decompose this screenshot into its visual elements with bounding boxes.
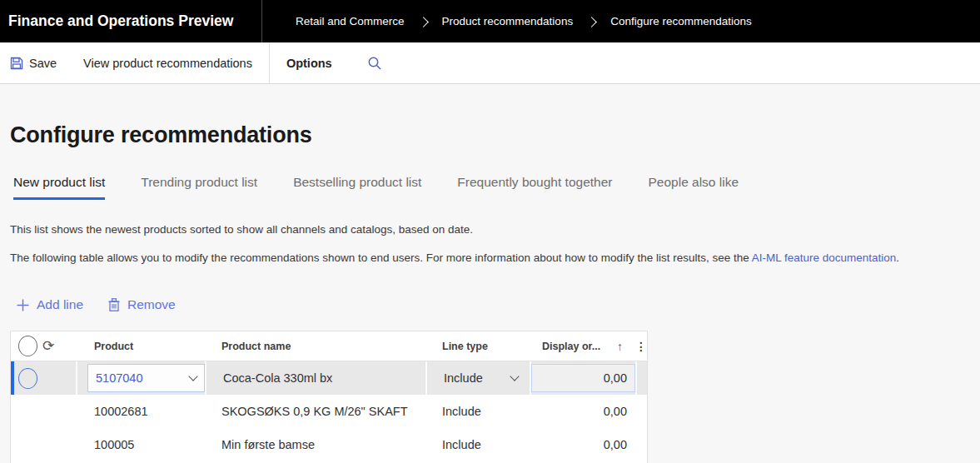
app-title[interactable]: Finance and Operations Preview (0, 0, 262, 42)
trash-icon (108, 298, 120, 311)
display-order-cell[interactable]: 0,00 (530, 438, 635, 451)
tab-strip: New product list Trending product list B… (13, 175, 980, 200)
display-order-field[interactable]: 0,00 (531, 364, 635, 392)
help-text: The following table allows you to modify… (10, 251, 752, 264)
column-header-product-name[interactable]: Product name (205, 341, 425, 352)
display-order-cell[interactable]: 0,00 (530, 405, 635, 418)
chevron-down-icon (510, 371, 519, 381)
ai-ml-documentation-link[interactable]: AI-ML feature documentation (752, 251, 897, 264)
table-row: 100005 Min første bamse Include 0,00 (11, 428, 647, 461)
save-icon (10, 57, 23, 70)
remove-button[interactable]: Remove (108, 297, 176, 312)
product-cell[interactable]: 10002681 (76, 405, 205, 418)
breadcrumb-item-configure-recommendations[interactable]: Configure recommendations (610, 15, 752, 27)
tab-trending-product-list[interactable]: Trending product list (141, 175, 257, 200)
search-button[interactable] (364, 56, 386, 71)
column-options-icon[interactable]: ⋮ (635, 340, 647, 353)
tab-new-product-list[interactable]: New product list (13, 175, 105, 200)
product-cell[interactable]: 100005 (76, 438, 205, 451)
plus-icon (17, 299, 29, 311)
options-button[interactable]: Options (283, 57, 336, 70)
product-combobox[interactable]: 5107040 (87, 364, 205, 392)
add-line-label: Add line (37, 297, 83, 312)
product-name-cell[interactable]: Min første bamse (205, 438, 425, 451)
product-name-cell[interactable]: Coca-Cola 330ml bx (205, 361, 425, 395)
breadcrumb-item-product-recommendations[interactable]: Product recommendations (442, 15, 574, 27)
table-row: 5107040 Coca-Cola 330ml bx Include 0,00 (11, 361, 647, 395)
column-header-display-order[interactable]: Display or... ↑ (530, 340, 635, 353)
column-header-product[interactable]: Product (76, 341, 205, 352)
toolbar-divider (269, 42, 270, 83)
product-value: 5107040 (96, 371, 142, 385)
table-help-text: The following table allows you to modify… (10, 251, 980, 264)
chevron-down-icon (188, 371, 197, 381)
command-toolbar: Save View product recommendations Option… (0, 42, 980, 84)
tab-bestselling-product-list[interactable]: Bestselling product list (293, 175, 421, 200)
display-order-label: Display or... (542, 341, 600, 352)
row-select-radio[interactable] (18, 368, 37, 389)
grid-action-bar: Add line Remove (17, 297, 980, 312)
remove-label: Remove (127, 297, 176, 312)
line-type-cell[interactable]: Include (425, 438, 530, 451)
product-name-cell[interactable]: SKOGSØKS 0,9 KG M/26" SKAFT (205, 405, 425, 418)
page-title: Configure recommendations (10, 122, 980, 148)
view-product-recommendations-button[interactable]: View product recommendations (80, 57, 256, 70)
breadcrumb: Retail and Commerce Product recommendati… (296, 0, 752, 42)
tab-frequently-bought-together[interactable]: Frequently bought together (457, 175, 612, 200)
grid-header-row: ⟳ Product Product name Line type Display… (11, 331, 647, 361)
add-line-button[interactable]: Add line (17, 297, 83, 312)
page-content: Configure recommendations New product li… (0, 122, 980, 463)
refresh-icon[interactable]: ⟳ (42, 339, 54, 353)
view-button-label: View product recommendations (83, 57, 252, 70)
table-row: 10002681 SKOGSØKS 0,9 KG M/26" SKAFT Inc… (11, 395, 647, 428)
breadcrumb-item-retail-and-commerce[interactable]: Retail and Commerce (296, 15, 405, 27)
chevron-right-icon (418, 17, 429, 27)
save-button[interactable]: Save (7, 57, 60, 70)
sort-ascending-icon: ↑ (617, 340, 623, 353)
line-type-value: Include (444, 371, 483, 385)
recommendations-grid: ⟳ Product Product name Line type Display… (10, 331, 648, 463)
line-type-cell[interactable]: Include (425, 405, 530, 418)
list-description: This list shows the newest products sort… (10, 223, 980, 236)
search-icon (367, 56, 382, 71)
top-navigation-bar: Finance and Operations Preview Retail an… (0, 0, 980, 42)
line-type-dropdown[interactable]: Include (425, 361, 530, 395)
chevron-right-icon (586, 17, 597, 27)
select-all-checkbox[interactable] (18, 336, 37, 356)
column-header-line-type[interactable]: Line type (425, 341, 530, 352)
help-text-end: . (896, 251, 899, 264)
tab-people-also-like[interactable]: People also like (648, 175, 739, 200)
options-button-label: Options (286, 57, 332, 70)
save-button-label: Save (29, 57, 57, 70)
